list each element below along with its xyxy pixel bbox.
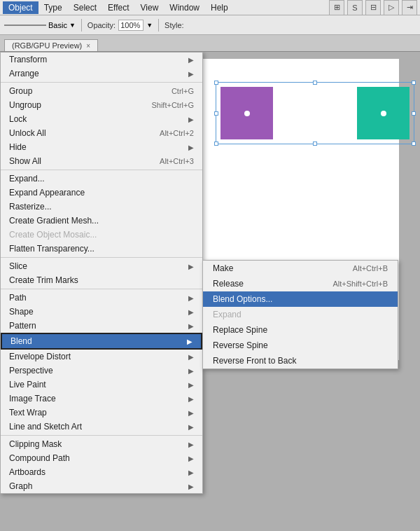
hide-arrow: ▶ — [188, 144, 194, 151]
menu-compound-path[interactable]: Compound Path ▶ — [1, 451, 202, 465]
opacity-label: Opacity: — [88, 21, 115, 29]
handle-tm[interactable] — [313, 81, 317, 85]
publish-icon[interactable]: ▷ — [384, 0, 399, 15]
menu-show-all[interactable]: Show All Alt+Ctrl+3 — [1, 154, 202, 168]
submenu-make[interactable]: Make Alt+Ctrl+B — [203, 261, 398, 276]
tab-label: (RGB/GPU Preview) — [12, 41, 82, 50]
menu-transform[interactable]: Transform ▶ — [1, 53, 202, 67]
tab-rgb-preview[interactable]: (RGB/GPU Preview) × — [4, 39, 98, 51]
menu-envelope-distort[interactable]: Envelope Distort ▶ — [1, 350, 202, 364]
menu-create-trim-marks[interactable]: Create Trim Marks — [1, 273, 202, 287]
envelope-arrow: ▶ — [188, 353, 194, 361]
pattern-arrow: ▶ — [188, 322, 194, 330]
handle-tl[interactable] — [214, 81, 218, 85]
submenu-replace-spine[interactable]: Replace Spine — [203, 322, 398, 338]
toolbar: Basic ▼ Opacity: 100% ▼ Style: — [0, 15, 420, 35]
shape-arrow: ▶ — [188, 308, 194, 316]
menu-shape[interactable]: Shape ▶ — [1, 305, 202, 319]
image-trace-arrow: ▶ — [188, 395, 194, 403]
menu-arrange[interactable]: Arrange ▶ — [1, 67, 202, 81]
blend-submenu: Make Alt+Ctrl+B Release Alt+Shift+Ctrl+B… — [202, 260, 398, 369]
toolbar-separator-2 — [158, 19, 159, 32]
handle-bm[interactable] — [313, 142, 317, 146]
artboards-arrow: ▶ — [188, 469, 194, 476]
clipping-arrow: ▶ — [188, 441, 194, 448]
arrange-arrow: ▶ — [188, 70, 194, 78]
menu-create-gradient-mesh[interactable]: Create Gradient Mesh... — [1, 214, 202, 228]
object-menu: Transform ▶ Arrange ▶ Group Ctrl+G Ungro… — [0, 52, 203, 494]
menu-line-sketch[interactable]: Line and Sketch Art ▶ — [1, 420, 202, 434]
divider-4 — [1, 289, 202, 289]
menu-hide[interactable]: Hide ▶ — [1, 140, 202, 154]
tab-close-button[interactable]: × — [86, 42, 90, 50]
stroke-line — [4, 25, 46, 26]
menu-graph[interactable]: Graph ▶ — [1, 479, 202, 493]
opacity-arrow-icon[interactable]: ▼ — [146, 22, 153, 29]
grid-icon[interactable]: ⊞ — [329, 0, 344, 15]
menu-bar: Object Type Select Effect View Window He… — [0, 0, 420, 15]
menu-expand[interactable]: Expand... — [1, 172, 202, 186]
menu-text-wrap[interactable]: Text Wrap ▶ — [1, 406, 202, 420]
transform-arrow: ▶ — [188, 56, 194, 64]
handle-br[interactable] — [412, 142, 416, 146]
menu-item-effect[interactable]: Effect — [102, 1, 134, 14]
toolbar-separator-1 — [81, 19, 82, 32]
menu-item-type[interactable]: Type — [38, 1, 68, 14]
menu-pattern[interactable]: Pattern ▶ — [1, 319, 202, 333]
share-icon[interactable]: ⇥ — [402, 0, 417, 15]
menu-flatten-transparency[interactable]: Flatten Transparency... — [1, 242, 202, 256]
release-shortcut: Alt+Shift+Ctrl+B — [332, 280, 388, 288]
menu-path[interactable]: Path ▶ — [1, 291, 202, 305]
style-label: Style: — [164, 21, 184, 29]
stroke-label: Basic — [48, 21, 67, 29]
menu-expand-appearance[interactable]: Expand Appearance — [1, 186, 202, 200]
handle-tr[interactable] — [412, 81, 416, 85]
handle-mr[interactable] — [412, 111, 416, 116]
unlock-shortcut: Alt+Ctrl+2 — [160, 129, 194, 137]
menu-item-view[interactable]: View — [135, 1, 164, 14]
path-arrow: ▶ — [188, 294, 194, 302]
group-shortcut: Ctrl+G — [172, 87, 194, 95]
submenu-release[interactable]: Release Alt+Shift+Ctrl+B — [203, 276, 398, 291]
menu-blend[interactable]: Blend ▶ — [1, 333, 202, 350]
menu-lock[interactable]: Lock ▶ — [1, 112, 202, 126]
menu-rasterize[interactable]: Rasterize... — [1, 200, 202, 214]
make-shortcut: Alt+Ctrl+B — [353, 264, 388, 273]
menu-group[interactable]: Group Ctrl+G — [1, 84, 202, 98]
menu-create-object-mosaic[interactable]: Create Object Mosaic... — [1, 228, 202, 242]
live-paint-arrow: ▶ — [188, 381, 194, 389]
opacity-value[interactable]: 100% — [118, 20, 144, 31]
blend-arrow: ▶ — [187, 338, 192, 345]
text-wrap-arrow: ▶ — [188, 409, 194, 417]
workspace: Transform ▶ Arrange ▶ Group Ctrl+G Ungro… — [0, 52, 420, 531]
stroke-selector[interactable]: Basic ▼ — [4, 21, 76, 29]
stroke-dropdown-icon[interactable]: ▼ — [69, 22, 76, 29]
layout-icon[interactable]: ⊟ — [365, 0, 381, 15]
show-all-shortcut: Alt+Ctrl+3 — [160, 157, 194, 165]
divider-2 — [1, 170, 202, 170]
selection-box — [216, 82, 414, 144]
submenu-reverse-spine[interactable]: Reverse Spine — [203, 338, 398, 353]
handle-ml[interactable] — [214, 111, 218, 116]
menu-clipping-mask[interactable]: Clipping Mask ▶ — [1, 437, 202, 451]
ungroup-shortcut: Shift+Ctrl+G — [151, 101, 194, 109]
tab-bar: (RGB/GPU Preview) × — [0, 35, 420, 52]
handle-bl[interactable] — [214, 142, 218, 146]
menu-ungroup[interactable]: Ungroup Shift+Ctrl+G — [1, 98, 202, 112]
menu-item-object[interactable]: Object — [3, 1, 38, 14]
menu-item-window[interactable]: Window — [164, 1, 205, 14]
at-icon[interactable]: S — [347, 0, 363, 15]
menu-item-select[interactable]: Select — [68, 1, 102, 14]
submenu-reverse-front-to-back[interactable]: Reverse Front to Back — [203, 353, 398, 368]
menu-slice[interactable]: Slice ▶ — [1, 259, 202, 273]
submenu-expand[interactable]: Expand — [203, 307, 398, 322]
menu-live-paint[interactable]: Live Paint ▶ — [1, 378, 202, 392]
menu-image-trace[interactable]: Image Trace ▶ — [1, 392, 202, 406]
menu-item-help[interactable]: Help — [205, 1, 234, 14]
submenu-blend-options[interactable]: Blend Options... — [203, 291, 398, 307]
line-sketch-arrow: ▶ — [188, 423, 194, 431]
menu-unlock-all[interactable]: Unlock All Alt+Ctrl+2 — [1, 126, 202, 140]
top-icons: ⊞ S ⊟ ▷ ⇥ — [329, 0, 417, 15]
menu-perspective[interactable]: Perspective ▶ — [1, 364, 202, 378]
menu-artboards[interactable]: Artboards ▶ — [1, 465, 202, 479]
